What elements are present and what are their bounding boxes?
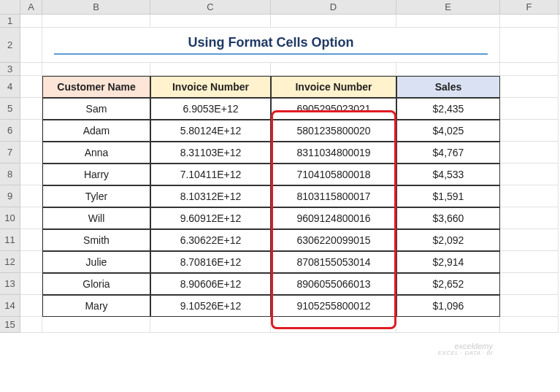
cell-inv-sci-8[interactable]: 7.10411E+12: [150, 164, 271, 185]
cell-f9[interactable]: [500, 185, 559, 207]
cell-name-8[interactable]: Harry: [42, 164, 150, 185]
cell-inv-sci-10[interactable]: 9.60912E+12: [150, 207, 271, 229]
cell-sales-13[interactable]: $2,652: [396, 273, 500, 295]
cell-e3[interactable]: [396, 63, 500, 76]
cell-a7[interactable]: [20, 142, 42, 164]
select-all-corner[interactable]: [0, 0, 20, 15]
row-header-7[interactable]: 7: [0, 142, 20, 164]
cell-sales-11[interactable]: $2,092: [396, 229, 500, 251]
cell-a12[interactable]: [20, 251, 42, 273]
cell-name-11[interactable]: Smith: [42, 229, 150, 251]
cell-f8[interactable]: [500, 164, 559, 185]
cell-f6[interactable]: [500, 120, 559, 142]
row-header-14[interactable]: 14: [0, 295, 20, 317]
cell-e15[interactable]: [396, 317, 500, 333]
header-invoice-full[interactable]: Invoice Number: [271, 76, 396, 98]
header-customer-name[interactable]: Customer Name: [42, 76, 150, 98]
cell-a2[interactable]: [20, 28, 42, 63]
cell-f3[interactable]: [500, 63, 559, 76]
cell-inv-full-9[interactable]: 8103115800017: [271, 185, 396, 207]
cell-sales-5[interactable]: $2,435: [396, 98, 500, 120]
cell-name-9[interactable]: Tyler: [42, 185, 150, 207]
cell-inv-sci-12[interactable]: 8.70816E+12: [150, 251, 271, 273]
cell-a15[interactable]: [20, 317, 42, 333]
title-cell[interactable]: Using Format Cells Option: [42, 28, 500, 63]
cell-inv-full-13[interactable]: 8906055066013: [271, 273, 396, 295]
cell-b1[interactable]: [42, 15, 150, 28]
col-header-c[interactable]: C: [150, 0, 271, 14]
cell-f12[interactable]: [500, 251, 559, 273]
cell-inv-full-10[interactable]: 9609124800016: [271, 207, 396, 229]
col-header-b[interactable]: B: [42, 0, 150, 14]
cell-sales-14[interactable]: $1,096: [396, 295, 500, 317]
row-header-11[interactable]: 11: [0, 229, 20, 251]
cell-inv-sci-7[interactable]: 8.31103E+12: [150, 142, 271, 164]
cell-sales-10[interactable]: $3,660: [396, 207, 500, 229]
cell-f2[interactable]: [500, 28, 559, 63]
cell-inv-sci-14[interactable]: 9.10526E+12: [150, 295, 271, 317]
header-sales[interactable]: Sales: [396, 76, 500, 98]
cell-f5[interactable]: [500, 98, 559, 120]
cell-sales-9[interactable]: $1,591: [396, 185, 500, 207]
cell-f15[interactable]: [500, 317, 559, 333]
row-header-3[interactable]: 3: [0, 63, 20, 76]
row-header-1[interactable]: 1: [0, 15, 20, 28]
header-invoice-sci[interactable]: Invoice Number: [150, 76, 271, 98]
cell-name-12[interactable]: Julie: [42, 251, 150, 273]
cell-a1[interactable]: [20, 15, 42, 28]
cell-a9[interactable]: [20, 185, 42, 207]
col-header-a[interactable]: A: [20, 0, 42, 14]
cell-f1[interactable]: [500, 15, 559, 28]
cell-a5[interactable]: [20, 98, 42, 120]
cell-name-7[interactable]: Anna: [42, 142, 150, 164]
cell-inv-full-11[interactable]: 6306220099015: [271, 229, 396, 251]
cell-name-13[interactable]: Gloria: [42, 273, 150, 295]
cell-sales-7[interactable]: $4,767: [396, 142, 500, 164]
cell-f14[interactable]: [500, 295, 559, 317]
cell-b15[interactable]: [42, 317, 150, 333]
cell-a13[interactable]: [20, 273, 42, 295]
cell-c15[interactable]: [150, 317, 271, 333]
row-header-13[interactable]: 13: [0, 273, 20, 295]
cell-sales-6[interactable]: $4,025: [396, 120, 500, 142]
cell-inv-sci-5[interactable]: 6.9053E+12: [150, 98, 271, 120]
cell-a3[interactable]: [20, 63, 42, 76]
cell-f10[interactable]: [500, 207, 559, 229]
cell-f4[interactable]: [500, 76, 559, 98]
cell-inv-full-14[interactable]: 9105255800012: [271, 295, 396, 317]
cell-c1[interactable]: [150, 15, 271, 28]
row-header-6[interactable]: 6: [0, 120, 20, 142]
cell-d15[interactable]: [271, 317, 396, 333]
cell-b3[interactable]: [42, 63, 150, 76]
cell-name-5[interactable]: Sam: [42, 98, 150, 120]
cell-a6[interactable]: [20, 120, 42, 142]
row-header-8[interactable]: 8: [0, 164, 20, 185]
cell-inv-sci-13[interactable]: 8.90606E+12: [150, 273, 271, 295]
cell-inv-sci-6[interactable]: 5.80124E+12: [150, 120, 271, 142]
cell-a14[interactable]: [20, 295, 42, 317]
row-header-2[interactable]: 2: [0, 28, 20, 63]
col-header-f[interactable]: F: [500, 0, 559, 14]
cell-a10[interactable]: [20, 207, 42, 229]
cell-name-10[interactable]: Will: [42, 207, 150, 229]
cell-name-6[interactable]: Adam: [42, 120, 150, 142]
cell-a8[interactable]: [20, 164, 42, 185]
cell-c3[interactable]: [150, 63, 271, 76]
cell-inv-full-7[interactable]: 8311034800019: [271, 142, 396, 164]
col-header-d[interactable]: D: [271, 0, 396, 14]
row-header-10[interactable]: 10: [0, 207, 20, 229]
cell-e1[interactable]: [396, 15, 500, 28]
cell-inv-sci-11[interactable]: 6.30622E+12: [150, 229, 271, 251]
row-header-4[interactable]: 4: [0, 76, 20, 98]
cell-sales-8[interactable]: $4,533: [396, 164, 500, 185]
cell-f7[interactable]: [500, 142, 559, 164]
row-header-5[interactable]: 5: [0, 98, 20, 120]
cell-a4[interactable]: [20, 76, 42, 98]
cell-sales-12[interactable]: $2,914: [396, 251, 500, 273]
cell-d3[interactable]: [271, 63, 396, 76]
cell-inv-full-6[interactable]: 5801235800020: [271, 120, 396, 142]
col-header-e[interactable]: E: [396, 0, 500, 14]
row-header-9[interactable]: 9: [0, 185, 20, 207]
cell-inv-sci-9[interactable]: 8.10312E+12: [150, 185, 271, 207]
cell-inv-full-5[interactable]: 6905295023021: [271, 98, 396, 120]
